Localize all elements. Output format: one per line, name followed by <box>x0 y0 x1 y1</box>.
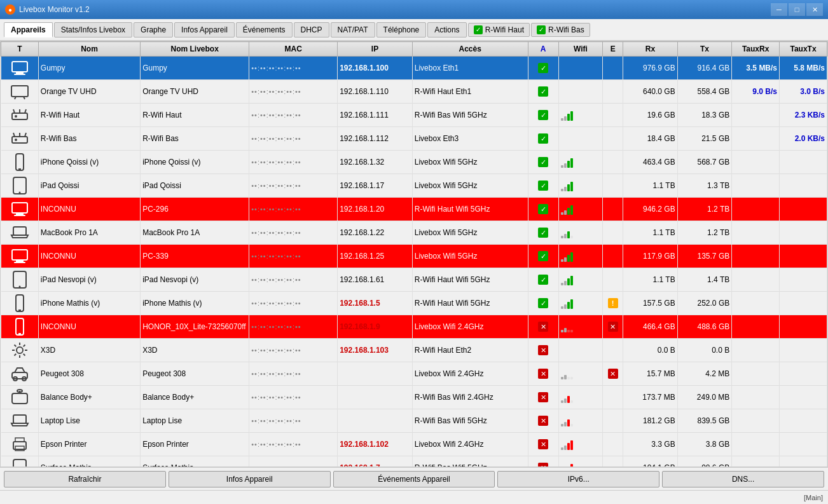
cell-active: ✓ <box>528 174 558 198</box>
bottom-btn-1[interactable]: Infos Appareil <box>169 471 331 487</box>
cell-nom: Orange TV UHD <box>38 80 140 104</box>
cell-device-icon <box>1 151 39 174</box>
cell-tauxrx <box>732 339 780 362</box>
col-header-a[interactable]: A <box>528 42 558 57</box>
cell-alert: ✕ <box>603 362 623 386</box>
status-bar: [Main] <box>0 490 828 504</box>
svg-rect-20 <box>12 203 27 213</box>
col-header-tx[interactable]: Tx <box>677 42 732 57</box>
cell-rx: 157.5 GB <box>623 292 678 315</box>
table-row[interactable]: iPhone Mathis (v)iPhone Mathis (v)••:••:… <box>1 292 827 315</box>
table-row[interactable]: INCONNUPC-339••:••:••:••:••:••192.168.1.… <box>1 245 827 268</box>
menu-tab-vnements[interactable]: Événements <box>236 22 293 37</box>
bottom-btn-3[interactable]: IPv6... <box>497 471 659 487</box>
maximize-button[interactable]: □ <box>789 3 805 16</box>
check-tab-0[interactable]: ✓R-Wifi Haut <box>468 23 530 37</box>
bottom-btn-4[interactable]: DNS... <box>662 471 824 487</box>
table-row[interactable]: INCONNUPC-296••:••:••:••:••:••192.168.1.… <box>1 198 827 221</box>
col-header-acces[interactable]: Accès <box>412 42 528 57</box>
bottom-btn-0[interactable]: Rafraîchir <box>4 471 166 487</box>
cell-mac: ••:••:••:••:••:•• <box>249 151 338 174</box>
svg-rect-25 <box>16 260 24 262</box>
cell-wifi <box>558 292 602 315</box>
cell-acces: Livebox Wifi 2.4GHz <box>412 433 528 456</box>
svg-rect-24 <box>12 250 27 260</box>
cell-tauxtx <box>780 315 827 339</box>
col-header-mac[interactable]: MAC <box>249 42 338 57</box>
cell-nom: INCONNU <box>38 198 140 221</box>
col-header-wifi[interactable]: Wifi <box>558 42 602 57</box>
table-row[interactable]: X3DX3D••:••:••:••:••:••192.168.1.103R-Wi… <box>1 339 827 362</box>
menu-tab-statsinfoslivebox[interactable]: Stats/Infos Livebox <box>54 22 132 37</box>
menu-tab-graphe[interactable]: Graphe <box>134 22 173 37</box>
cell-ip: 192.168.1.17 <box>338 174 413 198</box>
menu-tab-natpat[interactable]: NAT/PAT <box>331 22 375 37</box>
table-row[interactable]: iPad QoissiiPad Qoissi••:••:••:••:••:••1… <box>1 174 827 198</box>
svg-rect-40 <box>13 415 26 423</box>
cell-ip: 192.168.1.9 <box>338 315 413 339</box>
cell-acces: Livebox Wifi 5GHz <box>412 245 528 268</box>
cell-ip <box>338 386 413 409</box>
cell-wifi <box>558 80 602 104</box>
cell-mac: ••:••:••:••:••:•• <box>249 456 338 468</box>
cell-tauxrx <box>732 386 780 409</box>
table-row[interactable]: MacBook Pro 1AMacBook Pro 1A••:••:••:••:… <box>1 221 827 245</box>
col-header-t[interactable]: T <box>1 42 39 57</box>
svg-rect-22 <box>14 215 25 216</box>
col-header-tauxrx[interactable]: TauxRx <box>732 42 780 57</box>
close-button[interactable]: ✕ <box>806 3 823 16</box>
menu-tab-actions[interactable]: Actions <box>427 22 466 37</box>
svg-rect-11 <box>12 137 27 143</box>
table-row[interactable]: Orange TV UHDOrange TV UHD••:••:••:••:••… <box>1 80 827 104</box>
menu-tab-infosappareil[interactable]: Infos Appareil <box>174 22 235 37</box>
col-header-ip[interactable]: IP <box>338 42 413 57</box>
col-header-tauxtx[interactable]: TauxTx <box>780 42 827 57</box>
cell-nom-livebox: MacBook Pro 1A <box>141 221 249 245</box>
cell-tauxtx <box>780 433 827 456</box>
cell-tauxtx <box>780 221 827 245</box>
cell-acces: Livebox Eth1 <box>412 57 528 80</box>
cell-active: ✕ <box>528 339 558 362</box>
table-row[interactable]: Surface MathisSurface Mathis••:••:••:••:… <box>1 456 827 468</box>
table-row[interactable]: Peugeot 308Peugeot 308••:••:••:••:••:••L… <box>1 362 827 386</box>
svg-point-19 <box>18 192 20 194</box>
cell-tx: 1.2 TB <box>677 221 732 245</box>
cell-active: ✓ <box>528 292 558 315</box>
cell-ip: 192.168.1.61 <box>338 268 413 292</box>
table-row[interactable]: INCONNUHONOR_10X_Lite-73256070ff••:••:••… <box>1 315 827 339</box>
cell-tauxrx <box>732 456 780 468</box>
cell-alert: ✕ <box>603 315 623 339</box>
cell-nom-livebox: iPhone Mathis (v) <box>141 292 249 315</box>
table-row[interactable]: R-Wifi BasR-Wifi Bas••:••:••:••:••:••192… <box>1 127 827 151</box>
status-text: [Main] <box>804 494 823 501</box>
cell-tx: 1.2 TB <box>677 198 732 221</box>
check-tab-1[interactable]: ✓R-Wifi Bas <box>531 23 590 37</box>
col-header-nomlivebox[interactable]: Nom Livebox <box>141 42 249 57</box>
menu-tab-tlphone[interactable]: Téléphone <box>376 22 427 37</box>
table-row[interactable]: Epson PrinterEpson Printer••:••:••:••:••… <box>1 433 827 456</box>
table-row[interactable]: Balance Body+Balance Body+••:••:••:••:••… <box>1 386 827 409</box>
menu-tab-appareils[interactable]: Appareils <box>4 22 53 37</box>
cell-device-icon <box>1 292 39 315</box>
table-row[interactable]: Laptop LiseLaptop Lise••:••:••:••:••:••R… <box>1 409 827 433</box>
table-row[interactable]: R-Wifi HautR-Wifi Haut••:••:••:••:••:••1… <box>1 104 827 127</box>
cell-ip <box>338 409 413 433</box>
menu-tab-dhcp[interactable]: DHCP <box>294 22 329 37</box>
table-row[interactable]: GumpyGumpy••:••:••:••:••:••192.168.1.100… <box>1 57 827 80</box>
bottom-btn-2[interactable]: Événements Appareil <box>333 471 495 487</box>
table-row[interactable]: iPad Nesvopi (v)iPad Nesvopi (v)••:••:••… <box>1 268 827 292</box>
table-row[interactable]: iPhone Qoissi (v)iPhone Qoissi (v)••:••:… <box>1 151 827 174</box>
svg-rect-29 <box>16 295 24 311</box>
cell-nom: Laptop Lise <box>38 409 140 433</box>
cell-rx: 1.1 TB <box>623 174 678 198</box>
cell-ip: 192.168.1.112 <box>338 127 413 151</box>
cell-mac: ••:••:••:••:••:•• <box>249 386 338 409</box>
minimize-button[interactable]: ─ <box>771 3 787 16</box>
col-header-nom[interactable]: Nom <box>38 42 140 57</box>
title-bar[interactable]: ● Livebox Monitor v1.2 ─ □ ✕ <box>0 0 828 19</box>
col-header-e[interactable]: E <box>603 42 623 57</box>
cell-alert <box>603 221 623 245</box>
col-header-rx[interactable]: Rx <box>623 42 678 57</box>
cell-acces: R-Wifi Haut Eth2 <box>412 339 528 362</box>
cell-tx: 249.0 MB <box>677 386 732 409</box>
